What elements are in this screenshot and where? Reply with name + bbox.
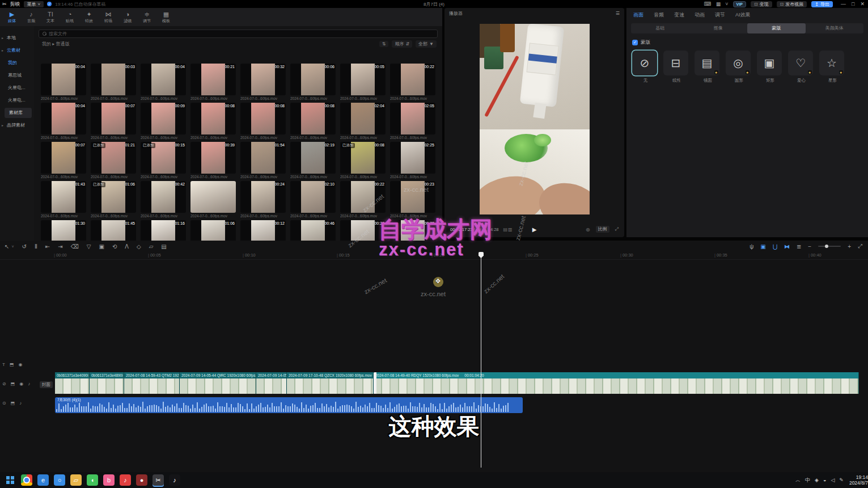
delete[interactable]: ⌫ [71, 243, 79, 250]
breadcrumb[interactable]: 我的 ▸ 普通版 [42, 41, 69, 47]
sound-icon[interactable]: ♪ [28, 381, 30, 386]
sort-toggle-button[interactable]: ⇅ [379, 41, 389, 47]
layout-caret-icon[interactable]: ˅ [725, 1, 728, 7]
media-item[interactable]: 00:08 2024-07-0...60fps.mov [190, 103, 240, 142]
sidebar-item[interactable]: 素材库 [5, 108, 32, 118]
inspector-tab[interactable]: 调节 [715, 11, 725, 19]
vip-badge[interactable]: VIP [733, 1, 746, 7]
media-item[interactable]: 01:30 2024-07-0...60fps.mov [41, 220, 91, 241]
preview-canvas[interactable] [480, 24, 590, 214]
inspector-tab[interactable]: 动画 [695, 11, 705, 19]
folder-icon[interactable]: ▱ [70, 474, 82, 486]
media-item[interactable]: 00:38 IMG_08...MOV [390, 220, 440, 241]
start-button[interactable]: ⊞ [5, 474, 16, 486]
douyin-icon[interactable]: ♪ [169, 474, 180, 486]
zoom-in-button[interactable]: + [848, 243, 851, 250]
rotate[interactable]: ◇ [137, 243, 141, 250]
media-item[interactable]: 02:10 2024-07-0...60fps.mov [290, 181, 340, 220]
media-item[interactable]: 00:08 2024-07-0...60fps.mov [240, 103, 290, 142]
player-menu-icon[interactable]: ☰ [616, 11, 620, 16]
chrome-icon[interactable]: c [21, 474, 32, 486]
timeline-clip[interactable]: 2024-07-09 14-05 [256, 372, 287, 394]
media-item[interactable]: 00:04 2024-07-0...60fps.mov [141, 64, 190, 103]
inspector-subtab[interactable]: 美颜美体 [806, 23, 864, 33]
sidebar-item[interactable]: 火星电... [0, 82, 34, 94]
media-item[interactable]: 00:22 2024-07-0...60fps.mov [390, 64, 440, 103]
media-item[interactable]: 00:03 2024-07-0...60fps.mov [91, 64, 141, 103]
inspector-subtab[interactable]: 蒙版 [747, 23, 806, 33]
order-button[interactable]: 顺序⇵ [392, 40, 412, 48]
wechat-icon[interactable]: ◖ [87, 474, 98, 486]
lock-icon[interactable]: ⬒ [11, 381, 15, 386]
inspector-tab[interactable]: AI效果 [735, 11, 751, 19]
mask-tool[interactable]: ▽ [87, 243, 91, 250]
lock-icon[interactable]: ⬒ [11, 401, 15, 406]
select-tool[interactable]: ↖ [5, 243, 9, 250]
filter[interactable]: ◑ 滤镜 [118, 11, 137, 24]
mask-circle[interactable]: ◎ ★ 圆形 [726, 51, 752, 83]
main-track-magnet[interactable]: ▣ [760, 243, 765, 250]
media-item[interactable]: 01:43 2024-07-0...60fps.mov [41, 181, 91, 220]
media-item[interactable]: 00:39 2024-07-0...60fps.mov [190, 142, 240, 181]
trim-right[interactable]: ⇥ [58, 243, 62, 250]
network-icon[interactable]: ◒ [823, 477, 826, 483]
text-track-icon[interactable]: T [2, 362, 5, 367]
timeline-clip[interactable]: 2024-07-08 14-49-40 RDQY 1520x1080 60fps… [374, 372, 859, 394]
timeline-ruler[interactable]: |00:00|00:05|00:10|00:15|00:20|00:25|00:… [0, 252, 868, 260]
mask-star[interactable]: ☆ ★ 星形 [819, 51, 846, 83]
media-item[interactable]: 00:09 2024-07-0...60fps.mov [141, 103, 190, 142]
media-item[interactable]: 00:07 2024-07-0...60fps.mov [91, 103, 141, 142]
mask-mirror[interactable]: ▤ ★ 镜面 [695, 51, 721, 83]
adjust[interactable]: ≑ 调节 [137, 11, 156, 24]
taskbar-clock[interactable]: 19:14 2024/8/7 [849, 474, 868, 486]
media-item[interactable]: 00:04 2024-07-0...60fps.mov [41, 64, 91, 103]
media-item[interactable]: 00:08 2024-07-0...60fps.mov [290, 103, 340, 142]
sticker[interactable]: ◔ 贴纸 [60, 11, 79, 24]
timeline-clip[interactable]: 0b061371e3e4890i [90, 372, 124, 394]
media-item[interactable]: 00:06 2024-07-0...60fps.mov [290, 64, 340, 103]
timeline-clip[interactable]: 0b061371e3e4090i [55, 372, 90, 394]
bilibili-icon[interactable]: b [103, 474, 115, 486]
media-item[interactable]: 02:05 2024-07-0...60fps.mov [390, 103, 440, 142]
fullscreen-icon[interactable]: ⤢ [615, 226, 619, 232]
linkage[interactable]: ⧓ [784, 243, 790, 250]
cover-button[interactable]: 封面 [40, 381, 53, 388]
fit-timeline-button[interactable]: ⤢ [858, 243, 862, 250]
zoom-out[interactable]: − [808, 243, 811, 250]
mask-rectangle[interactable]: ▣ ★ 矩形 [757, 51, 784, 83]
reverse[interactable]: ⟲ [112, 243, 117, 250]
zoom-slider[interactable] [818, 246, 841, 247]
preview-axis[interactable]: ≣ [797, 243, 801, 250]
tray-expand-icon[interactable]: ︿ [795, 477, 801, 484]
capcut-icon[interactable]: ✂ [153, 474, 164, 486]
preview-grid-icon[interactable]: ▤▥ [503, 227, 513, 232]
effects[interactable]: ✦ 特效 [79, 11, 99, 24]
media[interactable]: ▶ 媒体 [2, 11, 22, 24]
template[interactable]: ▦ 模板 [156, 11, 176, 24]
security-icon[interactable]: ◈ [815, 477, 819, 483]
shortcuts-icon[interactable]: ⌨ [704, 1, 712, 7]
undo[interactable]: ↺ [22, 243, 26, 250]
mute-icon[interactable]: ⊘ [2, 381, 6, 386]
visibility-icon[interactable]: ◉ [18, 362, 22, 367]
media-item[interactable]: 已添加 00:08 2024-07-0...60fps.mov [340, 142, 390, 181]
media-item[interactable]: 00:04 2024-07-0...60fps.mov [41, 103, 91, 142]
media-item[interactable]: 00:26 IMG_0850.MOV [340, 220, 390, 241]
sidebar-item[interactable]: 火星电... [0, 94, 34, 107]
media-item[interactable]: 00:23 2024-07-0...60fps.mov [390, 181, 440, 220]
media-item[interactable]: 02:19 2024-07-0...60fps.mov [290, 142, 340, 181]
mask-linear[interactable]: ⊟ ★ 线性 [663, 51, 690, 83]
timeline-clip[interactable]: 2024-07-09 14-05-44 QiRC 1920x1080 60fps… [180, 372, 256, 394]
layout-icon[interactable]: ▦ [716, 1, 721, 7]
media-item[interactable]: 2024-07-0...60fps.mov [190, 181, 240, 220]
media-item[interactable]: 00:21 2024-07-0...60fps.mov [190, 64, 240, 103]
crop[interactable]: ▱ [149, 243, 154, 250]
filter-button[interactable]: 全部▼ [416, 40, 437, 48]
sound-icon[interactable]: ♪ [19, 401, 22, 406]
trim-left[interactable]: ⇤ [45, 243, 50, 250]
sidebar-item[interactable]: 本地 [0, 32, 34, 44]
publish-button[interactable]: ⊡发布视频 [777, 1, 807, 7]
media-item[interactable]: 00:24 2024-07-0...60fps.mov [240, 181, 290, 220]
auto-snap[interactable]: ⋃ [773, 243, 777, 250]
record-icon[interactable]: ⊙ [2, 401, 6, 406]
